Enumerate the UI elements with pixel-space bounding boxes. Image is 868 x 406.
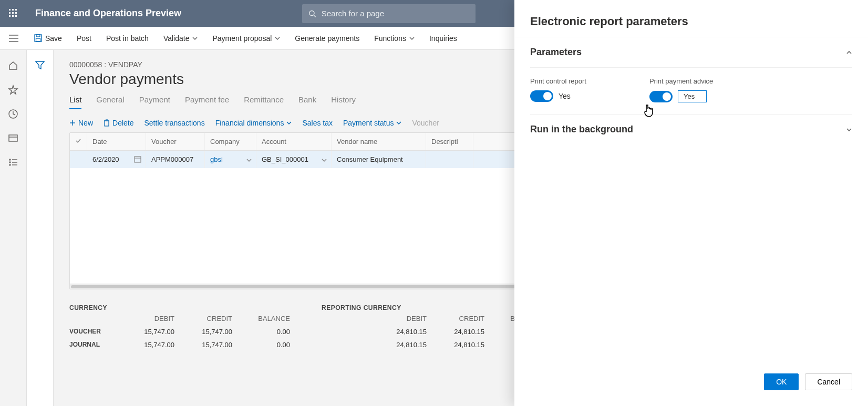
row-checkbox[interactable]: [70, 151, 87, 168]
financial-dimensions-button[interactable]: Financial dimensions: [215, 119, 292, 127]
modules-icon[interactable]: [8, 157, 18, 168]
tab-payment-fee[interactable]: Payment fee: [185, 95, 229, 109]
chevron-down-icon: [286, 120, 292, 126]
parameters-title: Parameters: [530, 47, 582, 58]
hamburger-icon: [9, 35, 18, 42]
svg-rect-15: [36, 35, 40, 37]
tab-general[interactable]: General: [96, 95, 124, 109]
print-control-toggle[interactable]: [530, 90, 553, 102]
validate-button[interactable]: Validate: [156, 27, 205, 50]
search-input[interactable]: [322, 9, 469, 18]
chevron-down-icon: [396, 120, 401, 126]
col-company[interactable]: Company: [205, 133, 256, 150]
svg-marker-27: [36, 61, 44, 69]
parameters-section-header[interactable]: Parameters: [530, 37, 852, 68]
calendar-icon[interactable]: [134, 155, 141, 164]
chevron-up-icon: [846, 49, 852, 56]
sales-tax-button[interactable]: Sales tax: [302, 119, 333, 127]
svg-rect-6: [9, 15, 11, 17]
col-date[interactable]: Date: [87, 133, 146, 150]
voucher-button[interactable]: Voucher: [412, 119, 439, 127]
app-launcher-button[interactable]: [0, 0, 27, 27]
home-icon[interactable]: [8, 60, 18, 71]
rep-journal-credit: 24,810.15: [427, 341, 484, 349]
search-icon: [308, 9, 316, 18]
cell-date[interactable]: 6/2/2020: [87, 151, 146, 168]
filter-pane: [27, 50, 54, 406]
tab-remittance[interactable]: Remittance: [244, 95, 284, 109]
clock-icon[interactable]: [8, 109, 18, 119]
generate-payments-button[interactable]: Generate payments: [287, 27, 367, 50]
payment-proposal-button[interactable]: Payment proposal: [205, 27, 287, 50]
cell-description[interactable]: [426, 151, 473, 168]
currency-title: CURRENCY: [69, 304, 290, 311]
cur-voucher-debit: 15,747.00: [117, 328, 174, 336]
nav-toggle-button[interactable]: [0, 27, 27, 50]
tab-bank[interactable]: Bank: [298, 95, 316, 109]
ok-button[interactable]: OK: [764, 373, 799, 390]
row-voucher: VOUCHER: [69, 328, 117, 336]
run-in-background-section-header[interactable]: Run in the background: [530, 114, 852, 144]
print-advice-value: Yes: [678, 90, 707, 102]
tab-list[interactable]: List: [69, 95, 81, 109]
chevron-down-icon[interactable]: [246, 157, 252, 164]
print-control-field: Print control report Yes: [530, 77, 586, 102]
print-control-label: Print control report: [530, 77, 586, 85]
app-title: Finance and Operations Preview: [27, 8, 181, 19]
svg-marker-17: [9, 86, 17, 94]
functions-button[interactable]: Functions: [367, 27, 422, 50]
cell-company[interactable]: gbsi: [205, 151, 256, 168]
svg-rect-0: [9, 9, 11, 11]
svg-point-21: [9, 159, 11, 160]
cur-journal-debit: 15,747.00: [117, 341, 174, 349]
save-button[interactable]: Save: [27, 27, 69, 50]
delete-button[interactable]: Delete: [104, 119, 133, 127]
tab-history[interactable]: History: [331, 95, 356, 109]
rep-journal-debit: 24,810.15: [369, 341, 427, 349]
svg-rect-16: [36, 38, 40, 41]
cell-voucher[interactable]: APPM000007: [146, 151, 205, 168]
save-icon: [34, 34, 42, 42]
cur-voucher-credit: 15,747.00: [174, 328, 232, 336]
inquiries-button[interactable]: Inquiries: [422, 27, 464, 50]
currency-totals: CURRENCY DEBIT CREDIT BALANCE VOUCHER 15…: [69, 304, 290, 349]
col-vendor[interactable]: Vendor name: [332, 133, 426, 150]
print-control-value: Yes: [559, 92, 571, 100]
col-balance: BALANCE: [232, 315, 290, 322]
col-account[interactable]: Account: [256, 133, 332, 150]
reporting-currency-totals: REPORTING CURRENCY DEBIT CREDIT BALANCE …: [322, 304, 542, 349]
left-rail: [0, 50, 27, 406]
print-advice-toggle[interactable]: [649, 91, 673, 102]
svg-rect-2: [15, 9, 17, 11]
save-label: Save: [45, 34, 62, 43]
cancel-button[interactable]: Cancel: [805, 373, 852, 390]
svg-rect-30: [105, 121, 109, 126]
print-advice-label: Print payment advice: [649, 77, 713, 85]
chevron-down-icon: [409, 36, 415, 41]
svg-rect-1: [12, 9, 14, 11]
col-description[interactable]: Descripti: [426, 133, 473, 150]
scrollbar-thumb[interactable]: [71, 285, 540, 288]
svg-line-10: [314, 15, 316, 17]
payment-status-button[interactable]: Payment status: [343, 119, 402, 127]
star-icon[interactable]: [8, 85, 18, 95]
filter-icon[interactable]: [35, 60, 45, 70]
workspace-icon[interactable]: [8, 133, 18, 143]
svg-rect-19: [9, 135, 17, 141]
svg-point-23: [9, 162, 11, 163]
post-button[interactable]: Post: [69, 27, 99, 50]
svg-rect-33: [135, 157, 141, 162]
cur-journal-credit: 15,747.00: [174, 341, 232, 349]
cell-vendor[interactable]: Consumer Equipment: [332, 151, 426, 168]
select-all-checkbox[interactable]: [70, 133, 87, 150]
new-button[interactable]: New: [69, 119, 93, 127]
search-box[interactable]: [302, 4, 476, 23]
svg-point-25: [9, 164, 11, 165]
settle-transactions-button[interactable]: Settle transactions: [144, 119, 204, 127]
tab-payment[interactable]: Payment: [139, 95, 170, 109]
cell-account[interactable]: GB_SI_000001: [256, 151, 332, 168]
rep-voucher-debit: 24,810.15: [369, 328, 427, 336]
col-voucher[interactable]: Voucher: [146, 133, 205, 150]
post-in-batch-button[interactable]: Post in batch: [99, 27, 156, 50]
chevron-down-icon[interactable]: [322, 157, 327, 164]
